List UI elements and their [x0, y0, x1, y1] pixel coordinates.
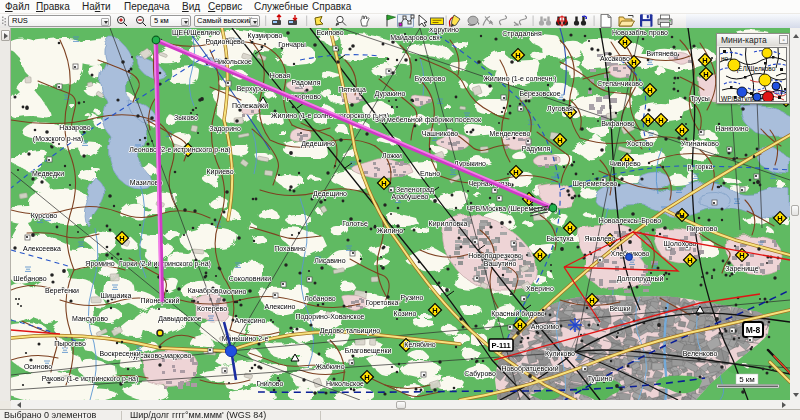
svg-text:Новоподрезково: Новоподрезково — [468, 252, 522, 260]
svg-text:Тушино: Тушино — [588, 375, 613, 383]
svg-text:Лобаново: Лобаново — [304, 295, 336, 302]
svg-text:Менделеево: Менделеево — [490, 130, 531, 138]
svg-text:Н: Н — [777, 214, 782, 223]
svg-text:Шереметьево: Шереметьево — [573, 180, 618, 188]
svg-text:Красный бидово: Красный бидово — [491, 310, 545, 318]
svg-text:Н: Н — [517, 321, 522, 330]
svg-text:Н: Н — [432, 306, 437, 315]
svg-text:Новобратцевский: Новобратцевский — [501, 365, 558, 373]
svg-text:Радомля: Радомля — [292, 79, 321, 87]
svg-text:Курсово: Курсово — [31, 212, 58, 220]
svg-text:Чивирево: Чивирево — [609, 160, 641, 168]
svg-text:ЩЕН/Щевлино: ЩЕН/Щевлино — [172, 29, 220, 37]
svg-text:Жилино (1-е солнечн.): Жилино (1-е солнечн.) — [483, 75, 556, 83]
svg-text:Кузмирово: Кузмирово — [248, 32, 283, 40]
svg-text:Н: Н — [537, 251, 542, 260]
svg-text:Н: Н — [702, 56, 707, 65]
svg-text:Жилино: Жилино — [377, 227, 403, 234]
svg-text:Подорино-Хованское: Подорино-Хованское — [296, 313, 365, 321]
svg-text:Похавино: Похавино — [274, 245, 306, 252]
svg-text:Н: Н — [703, 70, 708, 79]
svg-text:Степанчиково: Степанчиково — [597, 80, 643, 87]
svg-text:Дедово тальицино: Дедово тальицино — [320, 327, 380, 335]
svg-text:Гнилово: Гнилово — [257, 380, 284, 387]
svg-text:Горки (2-й истринского р-на): Горки (2-й истринского р-на) — [119, 260, 211, 268]
svg-text:Зеленоград: Зеленоград — [396, 186, 434, 194]
svg-text:Новозабль прово: Новозабль прово — [612, 29, 668, 37]
svg-text:Полежайки: Полежайки — [232, 102, 268, 109]
svg-text:Лисавино: Лисавино — [314, 257, 345, 264]
svg-text:Осиново: Осиново — [24, 363, 52, 370]
svg-text:Родионцево: Родионцево — [205, 38, 244, 46]
svg-text:Н: Н — [364, 373, 369, 382]
svg-text:Алексино: Алексино — [235, 317, 266, 324]
svg-text:Н: Н — [622, 38, 627, 47]
svg-text:Пирогово: Пирогово — [687, 225, 718, 233]
svg-text:Котерево: Котерево — [197, 305, 227, 313]
svg-text:Яромино: Яромино — [85, 260, 114, 268]
svg-text:Новая: Новая — [270, 72, 290, 79]
svg-text:Аносимо: Аносимо — [531, 323, 560, 330]
svg-text:Н: Н — [647, 86, 652, 95]
svg-text:Жабкино: Жабкино — [315, 363, 344, 370]
svg-text:Келябино: Келябино — [404, 341, 435, 348]
svg-text:Радумля: Радумля — [522, 145, 551, 153]
svg-text:Горетовка: Горетовка — [366, 299, 399, 307]
svg-text:Луговая: Луговая — [547, 105, 573, 113]
svg-text:Березовское: Березовское — [519, 90, 560, 98]
svg-text:Задорино: Задорино — [209, 125, 241, 133]
svg-text:Хостово: Хостово — [627, 140, 654, 147]
svg-text:Ельно: Ельно — [420, 170, 440, 177]
svg-text:Н: Н — [679, 211, 684, 220]
svg-text:М-8: М-8 — [746, 325, 761, 335]
svg-text:Вашутино: Вашутино — [484, 260, 517, 268]
svg-text:Гончары: Гончары — [278, 41, 306, 49]
svg-text:Вешки: Вешки — [609, 305, 630, 312]
svg-text:Заренище: Заренище — [725, 265, 758, 273]
svg-text:Рузино: Рузино — [400, 294, 423, 302]
svg-text:Н: Н — [679, 126, 684, 135]
svg-text:Витянево: Витянево — [647, 50, 678, 57]
svg-text:Шишаика: Шишаика — [101, 292, 132, 299]
svg-text:Веленково: Веленково — [683, 350, 718, 357]
svg-text:Кириево: Кириево — [206, 168, 233, 176]
svg-text:Козино: Козино — [394, 310, 417, 317]
svg-text:Сабурово: Сабурово — [464, 370, 496, 378]
svg-text:Н: Н — [567, 224, 572, 233]
svg-text:Есипово: Есипово — [316, 29, 343, 36]
svg-text:Голотье: Голотье — [342, 220, 368, 227]
svg-text:Чашниково: Чашниково — [422, 130, 459, 137]
svg-text:Н: Н — [589, 296, 594, 305]
svg-text:Давыдовское: Давыдовское — [158, 315, 202, 323]
svg-text:Благовещенки: Благовещенки — [345, 347, 392, 355]
svg-text:но: но — [721, 55, 729, 62]
svg-text:Шебаново: Шебаново — [13, 275, 46, 282]
svg-text:Хверино: Хверино — [526, 285, 554, 293]
svg-text:Аксаково: Аксаково — [600, 55, 630, 62]
svg-text:Алексеевка: Алексеевка — [23, 245, 61, 252]
svg-text:Н: Н — [687, 256, 692, 265]
svg-text:Никольское: Никольское — [326, 380, 364, 387]
svg-text:Соколовники: Соколовники — [229, 275, 271, 282]
svg-text:Пырогево: Пырогево — [54, 340, 86, 348]
svg-text:Яковлево: Яковлево — [584, 235, 615, 242]
svg-text:Страдальня: Страдальня — [502, 30, 542, 38]
svg-text:Н: Н — [557, 136, 562, 145]
svg-text:Арабушево: Арабушево — [392, 193, 429, 201]
svg-text:Назарово: Назарово — [59, 124, 90, 132]
svg-text:Раково (1-е истринского р-на): Раково (1-е истринского р-на) — [42, 375, 139, 383]
svg-text:Утинанково: Утинанково — [681, 140, 719, 147]
svg-text:Дедешино: Дедешино — [301, 140, 335, 148]
svg-text:3-й мебельной фабрики поселок: 3-й мебельной фабрики поселок — [375, 116, 482, 124]
svg-text:Кирилловка: Кирилловка — [429, 220, 468, 228]
svg-text:Ложки: Ложки — [382, 152, 402, 159]
svg-text:Н: Н — [515, 51, 520, 60]
svg-text:Мансурово: Мансурово — [72, 315, 108, 323]
svg-text:Нанюхино: Нанюхино — [715, 125, 748, 132]
svg-text:Н: Н — [381, 179, 386, 188]
svg-text:Бухарово: Бухарово — [415, 75, 446, 83]
svg-text:Качаброво: Качаброво — [188, 287, 223, 295]
svg-text:Новоалексы-Брово: Новоалексы-Брово — [599, 217, 661, 225]
svg-text:5 км: 5 км — [739, 375, 755, 384]
svg-text:Воскресенки: Воскресенки — [99, 350, 140, 358]
